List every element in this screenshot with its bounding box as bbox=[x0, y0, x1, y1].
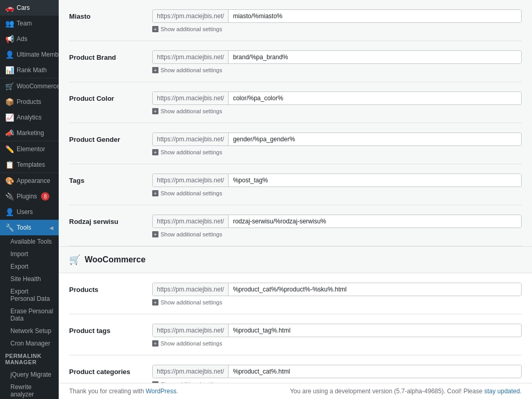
sidebar-item-elementor[interactable]: ✏️ Elementor bbox=[0, 141, 59, 157]
field-input-wrap-product-tags: https://pm.maciejbis.net/ bbox=[152, 324, 522, 337]
field-input-wrap-tags: https://pm.maciejbis.net/ bbox=[152, 174, 522, 187]
analytics-icon: 📈 bbox=[5, 113, 14, 122]
field-prefix-product-categories: https://pm.maciejbis.net/ bbox=[153, 365, 229, 378]
field-prefix-product-color: https://pm.maciejbis.net/ bbox=[153, 92, 229, 104]
templates-icon: 📋 bbox=[5, 161, 14, 169]
show-additional-label-miasto: Show additional settings bbox=[161, 26, 222, 32]
show-additional-label-tags: Show additional settings bbox=[161, 190, 222, 196]
submenu-site-health[interactable]: Site Health bbox=[0, 273, 59, 285]
sidebar-item-plugins[interactable]: 🔌 Plugins 8 bbox=[0, 189, 59, 204]
submenu-import[interactable]: Import bbox=[0, 248, 59, 260]
show-additional-product-color[interactable]: + Show additional settings bbox=[69, 107, 522, 117]
plus-icon-woo-products: + bbox=[152, 299, 158, 305]
plus-icon-product-gender: + bbox=[152, 149, 158, 155]
footer-wordpress-link[interactable]: WordPress bbox=[145, 388, 176, 395]
field-row-tags: Tags https://pm.maciejbis.net/ bbox=[69, 169, 522, 189]
field-prefix-miasto: https://pm.maciejbis.net/ bbox=[153, 10, 229, 22]
field-input-wrap-miasto: https://pm.maciejbis.net/ bbox=[152, 9, 522, 23]
field-input-woo-products[interactable] bbox=[229, 283, 521, 296]
sidebar-label-woocommerce: WooCommerce bbox=[17, 83, 59, 90]
field-row-product-gender: Product Gender https://pm.maciejbis.net/ bbox=[69, 128, 522, 148]
tools-submenu: Available Tools Import Export Site Healt… bbox=[0, 235, 59, 350]
field-label-miasto: Miasto bbox=[69, 12, 152, 20]
submenu-rewrite-analyzer[interactable]: Rewrite analyzer bbox=[0, 381, 59, 399]
field-section-product-brand: Product Brand https://pm.maciejbis.net/ … bbox=[69, 41, 522, 82]
field-label-product-gender: Product Gender bbox=[69, 136, 152, 143]
show-additional-rodzaj-serwisu[interactable]: + Show additional settings bbox=[69, 230, 522, 241]
field-section-tags: Tags https://pm.maciejbis.net/ + Show ad… bbox=[69, 164, 522, 205]
field-input-rodzaj-serwisu[interactable] bbox=[229, 215, 521, 228]
field-input-wrap-product-color: https://pm.maciejbis.net/ bbox=[152, 91, 522, 105]
sidebar-item-users[interactable]: 👤 Users bbox=[0, 204, 59, 220]
field-input-product-brand[interactable] bbox=[229, 51, 521, 63]
show-additional-label-product-brand: Show additional settings bbox=[161, 67, 222, 73]
sidebar-item-rank-math[interactable]: 📊 Rank Math bbox=[0, 62, 59, 78]
sidebar-item-products[interactable]: 📦 Products bbox=[0, 94, 59, 110]
sidebar-item-ultimate-member[interactable]: 👤 Ultimate Member bbox=[0, 47, 59, 62]
sidebar-item-analytics[interactable]: 📈 Analytics bbox=[0, 110, 59, 125]
sidebar-item-appearance[interactable]: 🎨 Appearance bbox=[0, 173, 59, 189]
sidebar-label-analytics: Analytics bbox=[17, 114, 42, 121]
users-icon: 👤 bbox=[5, 208, 14, 216]
field-prefix-tags: https://pm.maciejbis.net/ bbox=[153, 174, 229, 187]
plus-icon-miasto: + bbox=[152, 26, 158, 32]
field-row-rodzaj-serwisu: Rodzaj serwisu https://pm.maciejbis.net/ bbox=[69, 210, 522, 230]
plugins-badge: 8 bbox=[41, 192, 49, 201]
field-label-product-tags: Product tags bbox=[69, 327, 152, 335]
field-label-product-brand: Product Brand bbox=[69, 54, 152, 61]
sidebar-item-cars[interactable]: 🚗 Cars bbox=[0, 0, 59, 16]
top-fields-section: Miasto https://pm.maciejbis.net/ + Show … bbox=[59, 0, 532, 246]
submenu-cron-manager[interactable]: Cron Manager bbox=[0, 337, 59, 350]
field-input-product-categories[interactable] bbox=[229, 365, 521, 378]
show-additional-woo-products[interactable]: + Show additional settings bbox=[69, 298, 522, 309]
show-additional-label-product-color: Show additional settings bbox=[161, 108, 222, 114]
field-prefix-woo-products: https://pm.maciejbis.net/ bbox=[153, 283, 229, 296]
sidebar-item-marketing[interactable]: 📣 Marketing bbox=[0, 125, 59, 141]
appearance-icon: 🎨 bbox=[5, 177, 14, 185]
sidebar-label-cars: Cars bbox=[17, 4, 30, 11]
submenu-jquery-migrate[interactable]: jQuery Migrate bbox=[0, 368, 59, 381]
show-additional-miasto[interactable]: + Show additional settings bbox=[69, 25, 522, 35]
submenu-erase-personal-data[interactable]: Erase Personal Data bbox=[0, 305, 59, 325]
ultimate-member-icon: 👤 bbox=[5, 50, 14, 59]
page-footer: Thank you for creating with WordPress. Y… bbox=[59, 383, 532, 399]
sidebar-item-ads[interactable]: 📢 Ads bbox=[0, 31, 59, 47]
show-additional-label-product-tags: Show additional settings bbox=[161, 340, 222, 347]
field-row-product-categories: Product categories https://pm.maciejbis.… bbox=[69, 361, 522, 380]
field-input-miasto[interactable] bbox=[229, 10, 521, 22]
submenu-available-tools[interactable]: Available Tools bbox=[0, 235, 59, 248]
field-input-wrap-product-gender: https://pm.maciejbis.net/ bbox=[152, 132, 522, 146]
field-input-tags[interactable] bbox=[229, 174, 521, 187]
rank-math-icon: 📊 bbox=[5, 66, 14, 74]
field-prefix-rodzaj-serwisu: https://pm.maciejbis.net/ bbox=[153, 215, 229, 228]
sidebar-item-woocommerce[interactable]: 🛒 WooCommerce bbox=[0, 78, 59, 94]
field-section-rodzaj-serwisu: Rodzaj serwisu https://pm.maciejbis.net/… bbox=[69, 205, 522, 246]
footer-stay-updated-link[interactable]: stay updated bbox=[484, 388, 520, 395]
footer-left: Thank you for creating with WordPress. bbox=[69, 388, 178, 395]
field-section-product-color: Product Color https://pm.maciejbis.net/ … bbox=[69, 82, 522, 123]
sidebar-item-tools[interactable]: 🔧 Tools ◀ bbox=[0, 220, 59, 235]
submenu-export-personal-data[interactable]: Export Personal Data bbox=[0, 285, 59, 305]
field-row-product-color: Product Color https://pm.maciejbis.net/ bbox=[69, 87, 522, 107]
show-additional-label-product-gender: Show additional settings bbox=[161, 149, 222, 155]
field-input-wrap-rodzaj-serwisu: https://pm.maciejbis.net/ bbox=[152, 215, 522, 228]
permalink-submenu: jQuery Migrate Rewrite analyzer Schedule… bbox=[0, 368, 59, 399]
field-label-tags: Tags bbox=[69, 177, 152, 184]
field-prefix-product-brand: https://pm.maciejbis.net/ bbox=[153, 51, 229, 63]
field-input-product-gender[interactable] bbox=[229, 133, 521, 145]
field-input-product-tags[interactable] bbox=[229, 324, 521, 337]
sidebar-item-templates[interactable]: 📋 Templates bbox=[0, 157, 59, 172]
show-additional-product-tags[interactable]: + Show additional settings bbox=[69, 339, 522, 350]
tools-arrow: ◀ bbox=[49, 225, 54, 231]
field-input-product-color[interactable] bbox=[229, 92, 521, 104]
woocommerce-section-icon: 🛒 bbox=[69, 254, 81, 265]
submenu-network-setup[interactable]: Network Setup bbox=[0, 325, 59, 337]
sidebar-label-users: Users bbox=[17, 208, 33, 216]
show-additional-product-gender[interactable]: + Show additional settings bbox=[69, 148, 522, 158]
show-additional-product-brand[interactable]: + Show additional settings bbox=[69, 66, 522, 76]
field-input-wrap-woo-products: https://pm.maciejbis.net/ bbox=[152, 283, 522, 296]
sidebar-item-team[interactable]: 👥 Team bbox=[0, 16, 59, 31]
show-additional-tags[interactable]: + Show additional settings bbox=[69, 189, 522, 200]
submenu-export[interactable]: Export bbox=[0, 260, 59, 273]
sidebar-label-rank-math: Rank Math bbox=[17, 66, 47, 74]
